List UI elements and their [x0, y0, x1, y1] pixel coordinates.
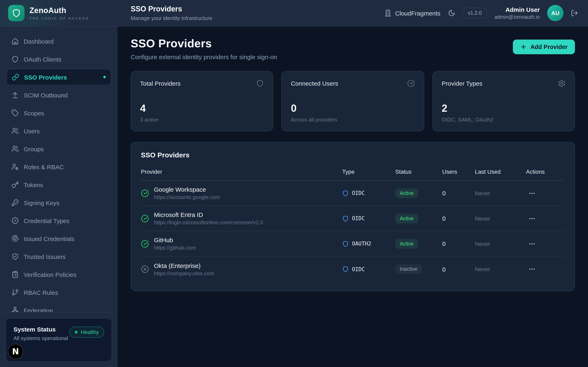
circle-check-icon	[141, 214, 149, 222]
version-badge: v1.2.0	[462, 8, 487, 18]
provider-type: OIDC	[352, 190, 365, 196]
sidebar-item-label: Tokens	[24, 181, 43, 188]
theme-toggle-button[interactable]	[448, 9, 455, 17]
stat-subtitle: Across all providers	[291, 117, 415, 123]
sidebar-nav: DashboardOAuth ClientsSSO ProvidersSCIM …	[0, 26, 118, 312]
sidebar-item-federation[interactable]: Federation	[7, 302, 111, 312]
stat-card-provider-types: Provider Types2OIDC, SAML, OAuth2	[432, 71, 575, 131]
healthy-dot-icon	[75, 331, 78, 334]
stat-value: 0	[291, 102, 415, 114]
shield-icon	[12, 8, 21, 17]
users-icon	[11, 127, 19, 134]
shield-icon	[342, 215, 349, 222]
sidebar-item-label: Groups	[24, 145, 44, 152]
nextjs-dev-badge[interactable]: N	[8, 344, 23, 359]
sidebar-item-issued-credentials[interactable]: Issued Credentials	[7, 230, 111, 247]
system-status-subtitle: All systems operational	[13, 335, 68, 341]
topbar-subtitle: Manage your identity infrastructure	[131, 15, 212, 21]
user-cog-icon	[11, 163, 19, 170]
stat-subtitle: OIDC, SAML, OAuth2	[442, 117, 566, 123]
sidebar-item-trusted-issuers[interactable]: Trusted Issuers	[7, 248, 111, 265]
moon-icon	[448, 9, 455, 17]
sidebar-item-scim-outbound[interactable]: SCIM Outbound	[7, 87, 111, 103]
logout-button[interactable]	[571, 9, 578, 17]
stat-subtitle: 3 active	[140, 117, 264, 123]
provider-url: https://login.microsoftonline.com/common…	[154, 219, 263, 225]
topbar: SSO Providers Manage your identity infra…	[118, 0, 588, 26]
org-chip: CloudFragments	[384, 9, 440, 17]
ellipsis-icon	[528, 266, 536, 273]
avatar[interactable]: AU	[547, 5, 563, 21]
topbar-title: SSO Providers	[131, 5, 212, 13]
stat-card-total-providers: Total Providers43 active	[131, 71, 273, 131]
sidebar-item-groups[interactable]: Groups	[7, 141, 111, 157]
ellipsis-icon	[528, 240, 536, 247]
brand-name: ZenoAuth	[29, 6, 89, 15]
providers-table-title: SSO Providers	[141, 151, 565, 159]
link-icon	[12, 73, 19, 81]
sidebar-item-label: Trusted Issuers	[24, 253, 66, 260]
key-icon	[11, 181, 19, 188]
row-actions-button[interactable]	[526, 264, 538, 275]
provider-type: OAUTH2	[352, 241, 371, 247]
sidebar-item-verification-policies[interactable]: Verification Policies	[7, 266, 111, 283]
sidebar-item-credential-types[interactable]: Credential Types	[7, 212, 111, 229]
sidebar-header: ZenoAuth THE LOGIC OF ACCESS	[0, 0, 118, 26]
sidebar-item-rbac-rules[interactable]: RBAC Rules	[7, 284, 111, 300]
sidebar-item-dashboard[interactable]: Dashboard	[7, 33, 111, 49]
status-badge-label: Healthy	[81, 329, 99, 335]
column-header-actions: Actions	[526, 168, 565, 175]
sidebar-item-oauth-clients[interactable]: OAuth Clients	[7, 51, 111, 67]
provider-name: Microsoft Entra ID	[154, 211, 263, 218]
sidebar-item-label: Issued Credentials	[24, 235, 74, 242]
sidebar: ZenoAuth THE LOGIC OF ACCESS DashboardOA…	[0, 0, 118, 367]
shield-icon	[342, 266, 349, 272]
settings-icon	[558, 80, 566, 87]
stat-title: Total Providers	[140, 80, 181, 87]
sidebar-item-roles-rbac[interactable]: Roles & RBAC	[7, 159, 111, 175]
fingerprint-icon	[11, 235, 19, 242]
users-icon	[11, 145, 19, 152]
shield-icon	[342, 240, 349, 247]
row-actions-button[interactable]	[526, 213, 538, 224]
last-used: Never	[475, 266, 526, 272]
user-block: Admin User admin@zenoauth.io	[494, 6, 540, 20]
add-provider-button[interactable]: Add Provider	[513, 40, 575, 54]
sidebar-item-label: Users	[24, 127, 40, 134]
sidebar-item-label: Roles & RBAC	[24, 163, 64, 170]
circle-check-icon	[141, 189, 149, 197]
shield-icon	[256, 80, 264, 87]
stat-title: Provider Types	[442, 80, 483, 87]
user-name: Admin User	[494, 6, 540, 13]
sidebar-item-users[interactable]: Users	[7, 123, 111, 139]
key-round-icon	[11, 199, 19, 206]
page-subtitle: Configure external identity providers fo…	[131, 53, 277, 60]
content: SSO Providers Configure external identit…	[118, 26, 588, 367]
table-row: Microsoft Entra IDhttps://login.microsof…	[141, 206, 565, 231]
sidebar-item-label: SSO Providers	[24, 74, 67, 81]
network-icon	[11, 307, 19, 312]
stat-card-connected-users: Connected Users0Across all providers	[282, 71, 424, 131]
sidebar-item-label: SCIM Outbound	[24, 92, 68, 99]
building-icon	[384, 9, 391, 17]
sidebar-item-label: Scopes	[24, 109, 44, 117]
circle-check-icon	[141, 240, 149, 248]
row-actions-button[interactable]	[526, 238, 538, 249]
user-email: admin@zenoauth.io	[494, 14, 540, 20]
plus-icon	[520, 44, 527, 50]
sidebar-item-signing-keys[interactable]: Signing Keys	[7, 194, 111, 211]
log-out-icon	[571, 9, 578, 17]
sidebar-item-tokens[interactable]: Tokens	[7, 176, 111, 193]
sidebar-item-label: Dashboard	[24, 38, 54, 45]
provider-type: OIDC	[352, 215, 365, 221]
status-pill: Active	[395, 239, 418, 249]
last-used: Never	[475, 215, 526, 222]
users-count: 0	[442, 266, 475, 273]
row-actions-button[interactable]	[526, 188, 538, 198]
status-badge: Healthy	[69, 327, 104, 338]
sidebar-item-scopes[interactable]: Scopes	[7, 105, 111, 121]
sidebar-item-sso-providers[interactable]: SSO Providers	[7, 69, 111, 85]
table-header-row: ProviderTypeStatusUsersLast UsedActions	[141, 168, 565, 181]
home-icon	[11, 38, 19, 45]
main-column: SSO Providers Manage your identity infra…	[118, 0, 588, 367]
